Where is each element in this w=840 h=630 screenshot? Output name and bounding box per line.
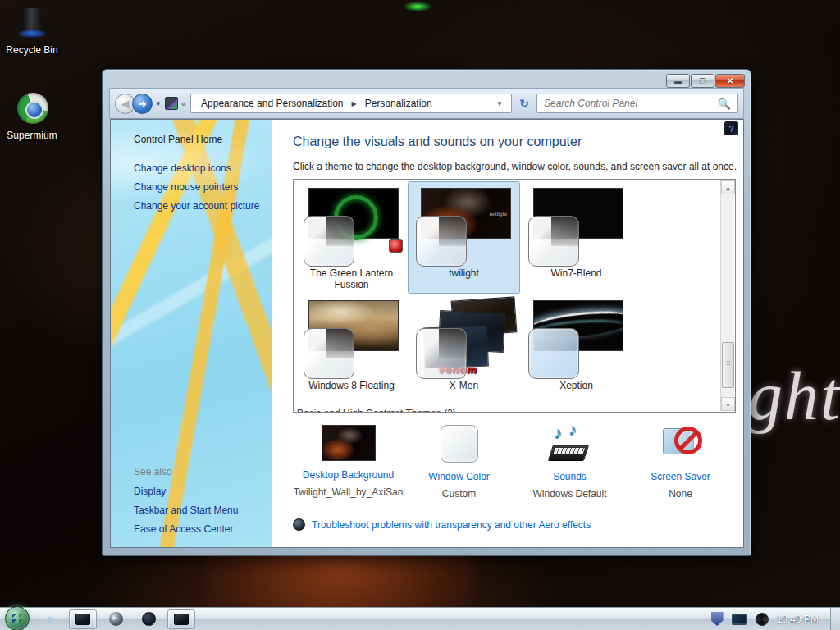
sidebar-item-change-account-picture[interactable]: Change your account picture	[134, 200, 259, 212]
breadcrumb-separator-icon[interactable]: ▶	[350, 100, 358, 107]
taskbar-item-media-player[interactable]	[102, 609, 130, 629]
back-arrow-icon: ◀	[121, 98, 130, 110]
personalization-window: ▬ ❐ ✕ ◀ ➜ ▼ « Appearance and Personaliza…	[102, 69, 751, 556]
sounds-link[interactable]: Sounds	[514, 471, 625, 482]
sidebar-item-taskbar-start-menu[interactable]: Taskbar and Start Menu	[134, 504, 238, 516]
taskbar-item-app-1[interactable]	[69, 609, 97, 629]
scrollbar-thumb[interactable]	[722, 342, 734, 388]
sounds-icon: ♪♪	[549, 425, 591, 463]
theme-item-x-men[interactable]: Venom X-Men	[408, 294, 520, 406]
help-icon[interactable]: ?	[724, 121, 738, 135]
screen-saver-value: None	[625, 488, 736, 500]
refresh-icon[interactable]: ↻	[515, 94, 533, 112]
taskbar: e 10:40 PM	[0, 607, 840, 630]
caption-buttons: ▬ ❐ ✕	[666, 74, 745, 88]
theme-item-xeption[interactable]: Xeption	[520, 294, 632, 406]
taskbar-icons: e	[36, 608, 200, 630]
scroll-up-icon[interactable]: ▲	[721, 180, 735, 194]
theme-label: Windows 8 Floating	[296, 380, 407, 391]
taskbar-clock[interactable]: 10:40 PM	[777, 614, 819, 625]
minimize-icon: ▬	[674, 77, 682, 85]
theme-label: X-Men	[409, 380, 519, 391]
troubleshoot-link[interactable]: Troubleshoot problems with transparency …	[312, 519, 591, 531]
desktop-background-thumbnail	[322, 425, 376, 461]
maximize-button[interactable]: ❐	[691, 74, 714, 88]
glass-window-icon	[528, 216, 579, 267]
setting-screen-saver[interactable]: Screen Saver None	[625, 422, 736, 504]
theme-item-win7-blend[interactable]: Win7-Blend	[520, 181, 632, 294]
taskbar-item-internet-explorer[interactable]: e	[36, 609, 64, 629]
troubleshoot-sphere-icon	[293, 518, 305, 531]
window-color-link[interactable]: Window Color	[404, 471, 514, 482]
search-icon: 🔍	[716, 98, 737, 110]
window-box-app-icon	[174, 614, 189, 625]
setting-sounds[interactable]: ♪♪ Sounds Windows Default	[514, 422, 625, 504]
window-content: Control Panel Home Change desktop icons …	[110, 119, 744, 548]
sidebar-item-change-mouse-pointers[interactable]: Change mouse pointers	[134, 181, 238, 193]
desktop-icon-supermium[interactable]: Supermium	[1, 92, 63, 141]
display-monitor-icon[interactable]	[732, 614, 747, 625]
breadcrumb[interactable]: Appearance and Personalization ▶ Persona…	[190, 94, 512, 113]
theme-label: Xeption	[521, 380, 632, 391]
internet-explorer-icon: e	[43, 612, 57, 627]
black-box-app-icon	[75, 614, 90, 625]
setting-window-color[interactable]: Window Color Custom	[404, 422, 514, 504]
show-desktop-button[interactable]	[830, 608, 840, 630]
collapse-chevron-icon[interactable]: «	[181, 98, 185, 108]
history-dropdown-icon[interactable]: ▼	[155, 100, 162, 107]
desktop: ght Recycle Bin Supermium ▬ ❐ ✕ ◀ ➜ ▼ « …	[0, 0, 840, 630]
breadcrumb-item-personalization[interactable]: Personalization	[358, 98, 439, 109]
supermium-browser-icon	[15, 92, 49, 126]
volume-swirl-icon[interactable]	[756, 613, 769, 626]
theme-item-windows8-floating[interactable]: Windows 8 Floating	[295, 294, 408, 406]
navigation-bar: ◀ ➜ ▼ « Appearance and Personalization ▶…	[109, 88, 744, 119]
search-input[interactable]	[537, 98, 716, 109]
page-title: Change the visuals and sounds on your co…	[293, 135, 582, 149]
maximize-icon: ❐	[699, 77, 705, 85]
theme-label: The Green Lantern Fussion	[296, 267, 407, 290]
close-button[interactable]: ✕	[715, 74, 745, 88]
screen-saver-icon	[660, 425, 702, 463]
start-button[interactable]	[5, 606, 30, 630]
scroll-down-icon[interactable]: ▼	[721, 397, 735, 411]
breadcrumb-item-appearance[interactable]: Appearance and Personalization	[194, 98, 349, 109]
theme-label: Win7-Blend	[521, 267, 632, 279]
forward-arrow-icon: ➜	[138, 98, 147, 110]
taskbar-item-app-3[interactable]	[167, 609, 195, 629]
minimize-button[interactable]: ▬	[666, 74, 690, 88]
desktop-background-link[interactable]: Desktop Background	[293, 469, 404, 481]
taskbar-item-app-2[interactable]	[135, 609, 162, 629]
desktop-icon-label: Recycle Bin	[1, 44, 63, 56]
theme-badge-icon	[389, 239, 403, 253]
breadcrumb-dropdown-icon[interactable]: ▼	[491, 100, 508, 107]
theme-item-twilight[interactable]: twilight twilight	[408, 181, 520, 294]
search-box[interactable]: 🔍	[536, 94, 738, 113]
vertical-scrollbar[interactable]: ▲ ▼	[720, 180, 734, 411]
setting-desktop-background[interactable]: Desktop Background Twilight_Wall_by_AxiS…	[293, 422, 404, 504]
troubleshoot-row: Troubleshoot problems with transparency …	[293, 518, 591, 531]
system-tray: 10:40 PM	[711, 608, 840, 630]
personalization-app-icon	[165, 97, 178, 110]
wallpaper-script-text: ght	[748, 356, 840, 436]
theme-item-green-lantern[interactable]: The Green Lantern Fussion	[295, 181, 408, 294]
theme-label: twilight	[409, 267, 519, 279]
desktop-background-value: Twilight_Wall_by_AxiSan	[293, 486, 404, 498]
glass-window-icon	[528, 328, 579, 379]
desktop-icon-recycle-bin[interactable]: Recycle Bin	[1, 7, 63, 56]
preview-art-text: twilight	[490, 211, 507, 217]
security-shield-icon[interactable]	[711, 612, 724, 626]
screen-saver-link[interactable]: Screen Saver	[625, 471, 736, 482]
main-pane: ? Change the visuals and sounds on your …	[272, 120, 743, 547]
sidebar-item-display[interactable]: Display	[134, 486, 166, 497]
desktop-icon-label: Supermium	[1, 130, 63, 141]
sidebar-item-ease-of-access[interactable]: Ease of Access Center	[134, 523, 233, 535]
see-also-header: See also	[134, 466, 172, 477]
close-icon: ✕	[727, 76, 733, 85]
theme-settings-row: Desktop Background Twilight_Wall_by_AxiS…	[293, 422, 736, 504]
window-color-value: Custom	[404, 488, 514, 500]
forward-button[interactable]: ➜	[132, 94, 153, 114]
sidebar-item-change-desktop-icons[interactable]: Change desktop icons	[134, 162, 231, 174]
sidebar-item-control-panel-home[interactable]: Control Panel Home	[134, 134, 222, 145]
glass-window-icon	[416, 216, 467, 267]
wallpaper-green-glow	[404, 2, 431, 11]
